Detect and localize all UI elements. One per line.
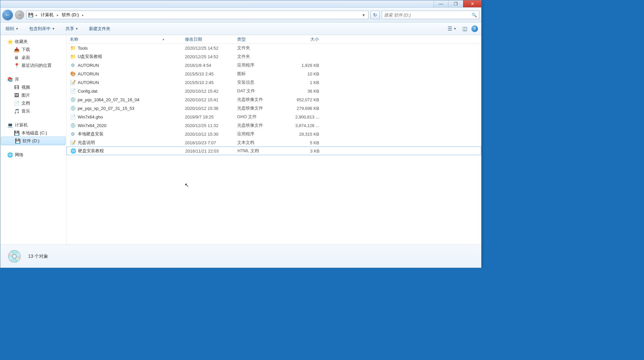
sidebar-network[interactable]: 🌐网络 <box>0 151 66 159</box>
file-size-cell: 36 KB <box>286 88 322 94</box>
file-row[interactable]: 📝光盘说明2016/10/23 7:07文本文档5 KB <box>66 138 481 147</box>
file-type-cell: 光盘映像文件 <box>234 122 286 129</box>
exe-icon: ⚙ <box>70 131 76 137</box>
chevron-down-icon: ▼ <box>453 27 456 30</box>
breadcrumb-separator-icon: ▸ <box>81 13 84 17</box>
file-size-cell <box>286 56 322 57</box>
file-name-cell: 📁Tools <box>66 44 182 52</box>
file-row[interactable]: 💿pe_yqs_xp_20_07_31_15_532020/10/12 15:3… <box>66 104 481 112</box>
folder-icon: 📁 <box>70 54 76 60</box>
search-input[interactable] <box>384 13 472 18</box>
file-name: AUTORUN <box>78 63 99 68</box>
sidebar-drive-d[interactable]: 💾软件 (D:) <box>1 137 65 145</box>
breadcrumb-computer[interactable]: 计算机 <box>39 11 55 19</box>
column-header-name[interactable]: 名称▲ <box>66 35 182 44</box>
file-row[interactable]: ⚙本地硬盘安装2020/10/12 15:30应用程序28,315 KB <box>66 130 481 138</box>
maximize-button[interactable]: ❐ <box>448 0 463 7</box>
file-name: U盘安装教程 <box>78 54 102 60</box>
file-row[interactable]: 📁U盘安装教程2020/12/25 14:52文件夹 <box>66 52 481 61</box>
search-box[interactable]: 🔍 <box>382 11 479 19</box>
file-name: AUTORUN <box>78 80 99 85</box>
share-button[interactable]: 共享▼ <box>64 24 80 33</box>
address-bar[interactable]: 💾 ▸ 计算机 ▸ 软件 (D:) ▸ ▾ <box>26 11 368 19</box>
file-row[interactable]: 📄Win7x64.gho2019/9/7 19:25GHO 文件2,900,81… <box>66 112 481 121</box>
file-date-cell: 2020/12/25 14:52 <box>182 45 234 51</box>
file-date-cell: 2015/5/10 2:45 <box>182 79 234 86</box>
preview-pane-button[interactable]: ◫ <box>461 24 469 33</box>
close-button[interactable]: ✕ <box>463 0 481 7</box>
file-date-cell: 2019/9/7 19:25 <box>182 114 234 120</box>
file-row[interactable]: 🎨AUTORUN2015/5/10 2:45图标10 KB <box>66 69 481 78</box>
back-button[interactable]: ← <box>2 10 13 20</box>
view-mode-button[interactable]: ☰▼ <box>446 24 458 33</box>
sidebar-desktop[interactable]: 🖥桌面 <box>0 54 66 62</box>
search-icon[interactable]: 🔍 <box>472 13 477 18</box>
html-icon: 🌐 <box>70 148 76 154</box>
file-date-cell: 2016/11/21 22:03 <box>182 148 234 154</box>
sidebar-computer[interactable]: 💻计算机 <box>0 121 66 129</box>
file-row[interactable]: 📄Config.dat2020/10/12 15:42DAT 文件36 KB <box>66 87 481 95</box>
sidebar-drive-c[interactable]: 💾本地磁盘 (C:) <box>0 129 66 137</box>
file-name: 硬盘安装教程 <box>78 148 104 154</box>
video-icon: 🎞 <box>14 85 20 90</box>
column-header-type[interactable]: 类型 <box>234 35 286 44</box>
file-name: AUTORUN <box>78 71 99 76</box>
sidebar-music[interactable]: 🎵音乐 <box>0 107 66 115</box>
forward-button[interactable]: → <box>15 10 24 20</box>
panel-icon: ◫ <box>462 26 467 31</box>
file-name-cell: ⚙本地硬盘安装 <box>66 130 182 138</box>
file-icon: 📄 <box>70 114 76 120</box>
toolbar: 组织▼ 包含到库中▼ 共享▼ 新建文件夹 ☰▼ ◫ ? <box>0 22 481 35</box>
sidebar-favorites[interactable]: ⭐收藏夹 <box>0 38 66 46</box>
file-name: Config.dat <box>78 89 97 94</box>
content-area: ⭐收藏夹 📥下载 🖥桌面 📍最近访问的位置 📚库 🎞视频 🖼图片 📄文档 🎵音乐… <box>0 35 481 245</box>
drive-icon: 💾 <box>28 12 34 18</box>
file-name: 光盘说明 <box>78 140 95 146</box>
file-row[interactable]: 🌐硬盘安装教程2016/11/21 22:03HTML 文档3 KB <box>66 147 481 155</box>
chevron-down-icon: ▼ <box>75 27 78 30</box>
address-dropdown-icon[interactable]: ▾ <box>360 13 367 18</box>
file-row[interactable]: ⚙AUTORUN2016/1/8 4:54应用程序1,926 KB <box>66 61 481 69</box>
file-row[interactable]: 📁Tools2020/12/25 14:52文件夹 <box>66 44 481 52</box>
sidebar-videos[interactable]: 🎞视频 <box>0 83 66 91</box>
breadcrumb-drive[interactable]: 软件 (D:) <box>61 11 80 19</box>
new-folder-button[interactable]: 新建文件夹 <box>87 24 112 33</box>
breadcrumb-separator-icon: ▸ <box>35 13 38 17</box>
drive-icon: 💾 <box>15 138 21 144</box>
file-name-cell: 💿pe_yqs_xp_20_07_31_15_53 <box>66 105 182 112</box>
refresh-button[interactable]: ↻ <box>370 11 380 19</box>
file-type-cell: 文件夹 <box>234 44 286 52</box>
sort-ascending-icon: ▲ <box>162 38 165 41</box>
download-icon: 📥 <box>14 47 20 52</box>
file-row[interactable]: 💿pe_yqs_1064_20_07_31_16_042020/10/12 15… <box>66 95 481 104</box>
file-name-cell: 📝光盘说明 <box>66 139 182 146</box>
list-view-icon: ☰ <box>448 25 452 32</box>
minimize-button[interactable]: — <box>433 0 448 7</box>
disc-icon: 💿 <box>70 105 76 111</box>
file-row[interactable]: 💿Win7x64_20202020/12/25 11:32光盘映像文件3,874… <box>66 121 481 130</box>
library-icon: 📚 <box>7 77 13 82</box>
explorer-window: — ❐ ✕ ← → 💾 ▸ 计算机 ▸ 软件 (D:) ▸ ▾ ↻ 🔍 组织▼ … <box>0 0 482 268</box>
star-icon: ⭐ <box>7 39 13 44</box>
drive-large-icon: 💿 <box>6 248 22 264</box>
organize-button[interactable]: 组织▼ <box>4 24 21 33</box>
navigation-bar: ← → 💾 ▸ 计算机 ▸ 软件 (D:) ▸ ▾ ↻ 🔍 <box>0 8 481 22</box>
file-date-cell: 2015/5/10 2:45 <box>182 71 234 77</box>
help-button[interactable]: ? <box>471 25 478 32</box>
file-size-cell <box>286 47 322 49</box>
sidebar-libraries[interactable]: 📚库 <box>0 75 66 83</box>
include-library-button[interactable]: 包含到库中▼ <box>27 24 57 33</box>
file-type-cell: 应用程序 <box>234 130 286 138</box>
sidebar-favorites-group: ⭐收藏夹 📥下载 🖥桌面 📍最近访问的位置 <box>0 38 66 69</box>
sidebar-documents[interactable]: 📄文档 <box>0 99 66 107</box>
folder-icon: 📁 <box>70 45 76 51</box>
sidebar-recent[interactable]: 📍最近访问的位置 <box>0 62 66 69</box>
sidebar-downloads[interactable]: 📥下载 <box>0 46 66 54</box>
picture-icon: 🖼 <box>14 93 20 98</box>
file-type-cell: GHO 文件 <box>234 113 286 120</box>
column-header-size[interactable]: 大小 <box>286 35 322 44</box>
chevron-down-icon: ▼ <box>16 27 19 30</box>
column-header-date[interactable]: 修改日期 <box>182 35 234 44</box>
sidebar-pictures[interactable]: 🖼图片 <box>0 91 66 99</box>
file-row[interactable]: 📝AUTORUN2015/5/10 2:45安装信息1 KB <box>66 78 481 87</box>
